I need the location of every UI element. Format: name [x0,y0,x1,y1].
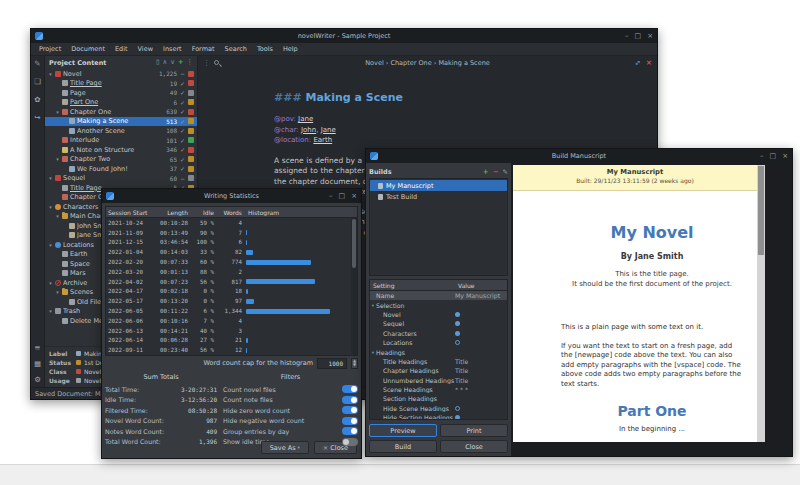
stats-session-row[interactable]: 2022-06-0500:11:226 %1,344 [106,306,351,316]
tree-item[interactable]: ▾Novel1,225− [45,69,197,79]
expand-editor-icon[interactable]: ↔ [633,58,643,68]
build-setting-row[interactable]: Novel [370,310,507,319]
tree-item[interactable]: ▾Chapter Two65✓ [45,155,197,165]
filter-toggle[interactable] [342,417,358,425]
preview-button[interactable]: Preview [369,424,437,437]
stats-session-row[interactable]: 2022-06-0600:10:167 %4 [106,316,351,326]
stats-session-row[interactable]: 2022-05-1700:13:200 %97 [106,296,351,306]
close-icon[interactable]: × [782,152,788,160]
print-button[interactable]: Print [440,424,508,437]
manuscript-page[interactable]: My Novel By Jane Smith This is the title… [513,191,757,442]
build-setting-row[interactable]: Title HeadingsTitle [370,357,507,366]
active-checkbox[interactable]: ✓ [179,137,186,144]
filter-toggle[interactable] [342,385,358,393]
stats-session-row[interactable]: 2022-03-2000:01:1388 %2 [106,267,351,277]
novel-view-icon[interactable]: ✿ [34,96,40,104]
active-checkbox[interactable]: ✓ [179,108,186,115]
menu-item-view[interactable]: View [134,44,157,54]
tree-item[interactable]: We Found John!37✓ [45,164,197,174]
active-checkbox[interactable]: ✓ [179,127,186,134]
build-setting-row[interactable]: ▾Headings [370,347,507,356]
build-setting-row[interactable]: ▾Selection [370,300,507,309]
active-checkbox[interactable]: ✓ [179,156,186,163]
minimize-icon[interactable]: – [625,32,629,40]
metadata-value[interactable]: John [301,126,316,134]
column-length[interactable]: Length [148,209,190,216]
bookmark-icon[interactable]: ▯ [156,59,160,66]
panel-menu-icon[interactable]: ⋮ [187,59,194,66]
build-list-item[interactable]: My Manuscript [370,180,507,191]
stats-session-row[interactable]: 2021-10-2400:10:2859 %4 [106,218,351,228]
active-checkbox[interactable]: − [179,70,186,77]
tree-item[interactable]: Part One6✓ [45,98,197,108]
stats-session-row[interactable]: 2022-06-1300:14:2140 %3 [106,326,351,336]
build-setting-row[interactable]: Hide Section Headings [370,413,507,420]
build-setting-row[interactable]: Unnumbered HeadingsTitle [370,376,507,385]
menu-item-edit[interactable]: Edit [111,44,132,54]
close-button[interactable]: Close [440,440,508,453]
build-list-item[interactable]: Test Build [370,191,507,202]
column-histogram[interactable]: Histogram [244,209,357,216]
documents-view-icon[interactable]: ❏ [34,78,41,86]
filter-toggle[interactable] [342,396,358,404]
writing-stats-icon[interactable]: ▦ [34,360,41,368]
maximize-icon[interactable]: □ [635,32,642,40]
column-idle[interactable]: Idle [190,209,216,216]
maximize-icon[interactable]: □ [339,192,346,200]
build-setting-row[interactable]: Section Headings [370,394,507,403]
menu-item-format[interactable]: Format [188,44,219,54]
cap-input[interactable]: 1000 [317,358,347,369]
save-as-button[interactable]: Save As▾ [261,441,309,454]
build-setting-row[interactable]: Sequel [370,319,507,328]
build-setting-row[interactable]: NameMy Manuscript [370,291,507,300]
close-icon[interactable]: × [647,32,653,40]
sessions-table-header[interactable]: Session Start ▲ Length Idle Words Histog… [106,207,357,218]
filter-toggle[interactable] [342,427,358,435]
preview-scrollbar[interactable] [757,165,765,442]
stats-session-row[interactable]: 2022-09-1100:23:4056 %12 [106,345,351,355]
menu-item-tools[interactable]: Tools [253,44,277,54]
menu-item-search[interactable]: Search [221,44,251,54]
close-document-icon[interactable]: × [646,59,652,67]
build-setting-row[interactable]: Characters [370,329,507,338]
build-setting-row[interactable]: Chapter HeadingsTitle [370,366,507,375]
cap-spinner[interactable]: ▲▼ [351,358,358,369]
tree-item[interactable]: ▾Sequel60− [45,174,197,184]
move-down-icon[interactable]: ∨ [170,59,175,66]
edit-build-icon[interactable]: ✎ [503,168,508,176]
close-icon[interactable]: × [351,192,357,200]
build-setting-row[interactable]: Hide Scene Headings [370,404,507,413]
move-up-icon[interactable]: ∧ [163,59,168,66]
menu-item-insert[interactable]: Insert [159,44,186,54]
active-checkbox[interactable]: ✓ [179,99,186,106]
settings-gear-icon[interactable]: ⚙ [34,376,41,384]
tree-item[interactable]: A Note on Structure346✓ [45,145,197,155]
menu-item-document[interactable]: Document [67,44,109,54]
active-checkbox[interactable]: ✓ [179,80,186,87]
details-list-icon[interactable]: ≡ [34,344,40,352]
stats-session-row[interactable]: 2021-11-0900:13:4990 %7 [106,228,351,238]
tree-item[interactable]: Interlude101✓ [45,136,197,146]
minimize-icon[interactable]: – [760,152,764,160]
metadata-value[interactable]: Jane [321,126,336,134]
active-checkbox[interactable]: − [179,175,186,182]
stats-titlebar[interactable]: Writing Statistics – □ × [102,189,361,203]
menu-item-project[interactable]: Project [35,44,65,54]
build-titlebar[interactable]: Build Manuscript – □ × [366,149,792,163]
table-scrollbar[interactable] [351,218,357,355]
metadata-value[interactable]: Earth [313,136,332,144]
remove-build-icon[interactable]: − [493,168,499,176]
editor-view-icon[interactable]: ✎ [34,60,40,68]
stats-session-row[interactable]: 2022-02-2000:07:3360 %774 [106,257,351,267]
active-checkbox[interactable]: ✓ [179,165,186,172]
active-checkbox[interactable]: ✓ [179,89,186,96]
export-icon[interactable]: ↪ [34,114,40,122]
stats-session-row[interactable]: 2022-06-1400:06:2827 %21 [106,336,351,346]
scrollbar-handle[interactable] [758,166,764,255]
main-titlebar[interactable]: novelWriter - Sample Project – □ × [31,29,657,43]
stats-session-row[interactable]: 2022-04-1700:02:180 %18 [106,287,351,297]
editor-menu-icon[interactable]: ⋮ [203,59,210,67]
stats-session-row[interactable]: 2021-12-1503:46:54100 %6 [106,238,351,248]
menu-item-help[interactable]: Help [279,44,302,54]
scrollbar-handle[interactable] [352,219,356,268]
